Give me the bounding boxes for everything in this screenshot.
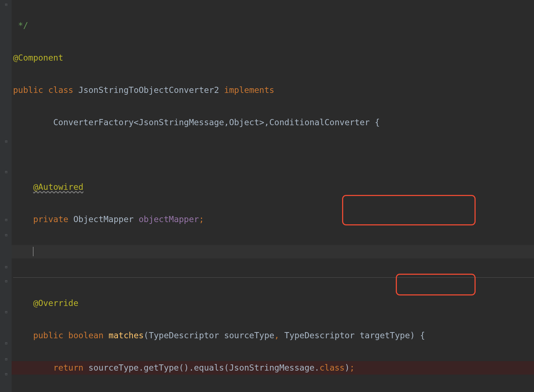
fold-start-icon[interactable]: ⊟ — [5, 139, 9, 143]
annotation: @Override — [33, 298, 78, 308]
fold-start-icon[interactable]: ⊟ — [5, 233, 9, 237]
code-editor[interactable]: ⊟ ⊟ ⊟ ⊟ ⊟ ⊟ ⊟ ⊟ ⊟ ⊟ ⊟ */ @Component publ… — [0, 0, 534, 392]
keyword: private — [33, 215, 68, 224]
fold-end-icon[interactable]: ⊟ — [5, 170, 9, 174]
method-name: matches — [108, 331, 144, 340]
keyword: boolean — [68, 331, 103, 340]
code-token: ConverterFactory<JsonStringMessage,Objec… — [13, 118, 380, 127]
code-line[interactable]: @Component — [12, 51, 534, 65]
fold-start-icon[interactable]: ⊟ — [5, 279, 9, 283]
code-area[interactable]: */ @Component public class JsonStringToO… — [12, 0, 534, 392]
code-line[interactable]: @Autowired — [12, 180, 534, 194]
code-line[interactable]: @Override — [12, 297, 534, 310]
code-line-caret[interactable] — [12, 245, 534, 258]
editor-gutter[interactable]: ⊟ ⊟ ⊟ ⊟ ⊟ ⊟ ⊟ ⊟ ⊟ ⊟ ⊟ — [0, 0, 12, 392]
keyword: class — [320, 363, 345, 372]
code-line[interactable] — [12, 148, 534, 162]
fold-end-icon[interactable]: ⊟ — [5, 372, 9, 376]
keyword: public — [33, 331, 63, 340]
fold-end-icon[interactable]: ⊟ — [5, 341, 9, 345]
code-line[interactable]: private ObjectMapper objectMapper; — [12, 213, 534, 226]
code-line[interactable]: public class JsonStringToObjectConverter… — [12, 83, 534, 97]
keyword: public — [13, 85, 43, 95]
annotation: @Component — [13, 53, 63, 62]
fold-start-icon[interactable]: ⊟ — [5, 218, 9, 222]
fold-start-icon[interactable]: ⊟ — [5, 265, 9, 269]
fold-end-icon[interactable]: ⊟ — [5, 357, 9, 361]
fold-marker-icon[interactable]: ⊟ — [5, 3, 9, 7]
text-caret — [33, 247, 33, 256]
annotation-warning: @Autowired — [33, 182, 83, 192]
field: objectMapper — [139, 215, 199, 224]
method-separator — [13, 277, 534, 278]
class-name: JsonStringToObjectConverter2 — [78, 85, 219, 95]
fold-end-icon[interactable]: ⊟ — [5, 310, 9, 314]
keyword: return — [53, 363, 83, 372]
code-line-highlight[interactable]: return sourceType.getType().equals(JsonS… — [12, 361, 534, 375]
code-line[interactable]: public boolean matches(TypeDescriptor so… — [12, 329, 534, 342]
keyword: class — [48, 85, 73, 95]
keyword: implements — [224, 85, 274, 95]
code-line[interactable]: ConverterFactory<JsonStringMessage,Objec… — [12, 116, 534, 129]
code-line[interactable]: */ — [12, 19, 534, 32]
code-token: */ — [13, 21, 28, 30]
type: ObjectMapper — [73, 215, 134, 224]
